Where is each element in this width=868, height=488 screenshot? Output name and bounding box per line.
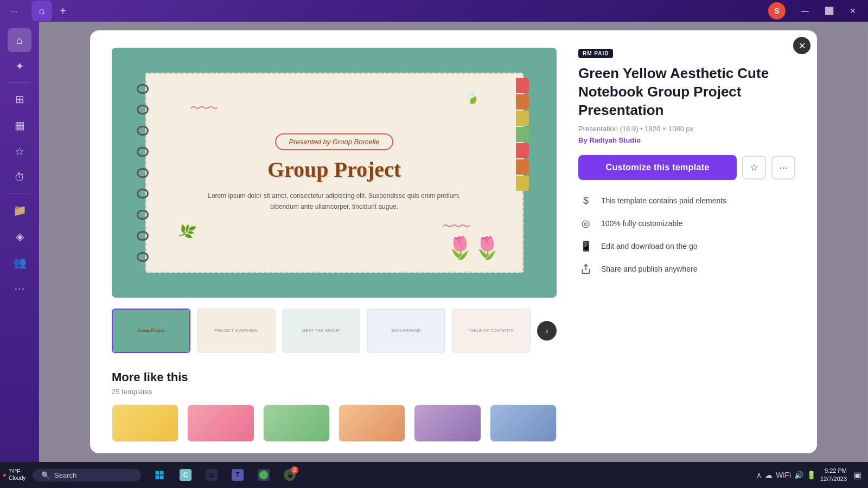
- clock-icon: ⏱: [14, 171, 25, 184]
- template-icon: ▦: [15, 119, 25, 132]
- tab-green: [516, 127, 529, 142]
- canva-app-button[interactable]: C: [176, 465, 195, 485]
- feature-share: Share and publish anywhere: [578, 261, 795, 277]
- mini-label-5: TABLE OF CONTENTS: [468, 328, 514, 333]
- more-section-count: 25 templates: [112, 388, 557, 396]
- close-button[interactable]: ✕: [842, 3, 864, 18]
- mini-label-3: MEET THE GROUP: [301, 328, 341, 333]
- menu-dots-button[interactable]: ···: [7, 3, 22, 18]
- home-icon: ⌂: [16, 34, 23, 47]
- thumbnail-4[interactable]: BACKGROUND: [367, 309, 445, 352]
- thumbnails-next-button[interactable]: ›: [537, 321, 557, 341]
- apps-icon: ⋯: [14, 282, 25, 295]
- author-label: By: [578, 136, 588, 144]
- more-card-5[interactable]: [414, 404, 481, 442]
- author-name-link[interactable]: Radiyah Studio: [589, 136, 641, 144]
- mobile-icon: 📱: [578, 239, 593, 254]
- brand-icon: ◈: [16, 230, 24, 243]
- more-card-3[interactable]: [263, 404, 330, 442]
- more-card-2[interactable]: [187, 404, 254, 442]
- teams-icon: T: [232, 469, 244, 481]
- thumbnail-1[interactable]: Group Project: [112, 309, 190, 352]
- tab-yellow: [516, 111, 529, 126]
- thumbnail-3[interactable]: MEET THE GROUP: [282, 309, 361, 352]
- sidebar-item-home[interactable]: ⌂: [8, 28, 31, 52]
- sidebar-item-magic[interactable]: ✦: [8, 54, 31, 78]
- spiral-ring: [137, 231, 149, 241]
- star-icon: ☆: [15, 145, 24, 158]
- volume-icon[interactable]: 🔊: [794, 471, 803, 479]
- weather-widget[interactable]: ● 74°F Cloudy: [4, 465, 24, 485]
- sidebar-item-people[interactable]: 👥: [8, 251, 31, 274]
- more-card-6[interactable]: [490, 404, 557, 442]
- sidebar-item-brand[interactable]: ◈: [8, 224, 31, 248]
- slide-tabs: [516, 74, 529, 272]
- svg-rect-2: [160, 471, 164, 475]
- maximize-button[interactable]: ⬜: [818, 3, 840, 18]
- sidebar-divider: [9, 82, 30, 83]
- modal-body: 🍃 🌿 〜〜〜 〜〜〜 🌷🌷 Presented by Group Borcel…: [112, 48, 795, 442]
- app-button-2[interactable]: [254, 465, 273, 485]
- more-card-1[interactable]: [112, 404, 178, 442]
- sidebar-item-apps[interactable]: ⋯: [8, 277, 31, 300]
- template-meta: Presentation (16:9) • 1920 × 1080 px: [578, 125, 795, 133]
- app-button-3[interactable]: 📱 2: [280, 465, 299, 485]
- thumbnail-5[interactable]: TABLE OF CONTENTS: [452, 309, 531, 352]
- titlebar: ··· ⌂ + S — ⬜ ✕: [0, 0, 868, 22]
- more-card-2-inner: [188, 405, 253, 441]
- modal-overlay[interactable]: ✕: [39, 22, 868, 462]
- notification-center-icon[interactable]: ▣: [853, 470, 861, 480]
- main-preview: 🍃 🌿 〜〜〜 〜〜〜 🌷🌷 Presented by Group Borcel…: [112, 48, 557, 298]
- feature-customizable-text: 100% fully customizable: [601, 219, 682, 228]
- feature-mobile-text: Edit and download on the go: [601, 242, 697, 251]
- slide-body-text: Lorem ipsum dolor sit amet, consectetur …: [202, 191, 465, 211]
- action-row: Customize this template ☆ ···: [578, 155, 795, 180]
- more-card-5-inner: [414, 405, 480, 441]
- battery-icon[interactable]: 🔋: [807, 471, 816, 479]
- spiral-ring: [137, 252, 149, 262]
- taskbar-right: ∧ ☁ WiFi 🔊 🔋 9:22 PM 12/7/2023 ▣: [756, 467, 868, 484]
- more-options-button[interactable]: ···: [771, 156, 795, 179]
- svg-rect-4: [160, 476, 164, 479]
- favorite-button[interactable]: ☆: [742, 156, 766, 179]
- search-label: Search: [54, 471, 76, 479]
- star-icon: ☆: [750, 162, 758, 174]
- wifi-icon[interactable]: WiFi: [776, 471, 791, 479]
- thumbnail-2[interactable]: PROJECT OVERVIEW: [197, 309, 276, 352]
- mini-slide-2: PROJECT OVERVIEW: [198, 310, 275, 351]
- teams-button[interactable]: T: [228, 465, 247, 485]
- share-icon: [578, 261, 593, 277]
- system-tray-icons: ∧ ☁ WiFi 🔊 🔋: [756, 471, 816, 479]
- sidebar-item-starred[interactable]: ☆: [8, 139, 31, 163]
- avatar[interactable]: S: [768, 2, 786, 20]
- sidebar-item-recent[interactable]: ⏱: [8, 165, 31, 189]
- customizable-icon: ◎: [578, 216, 593, 231]
- spiral-ring: [137, 126, 149, 136]
- windows-button[interactable]: [150, 465, 169, 485]
- more-card-1-inner: [112, 405, 178, 441]
- sidebar-item-templates[interactable]: ▦: [8, 113, 31, 137]
- taskbar-search-box[interactable]: 🔍 Search: [33, 469, 141, 481]
- template-title: Green Yellow Aesthetic Cute Notebook Gro…: [578, 65, 795, 119]
- cloud-icon[interactable]: ☁: [765, 471, 773, 479]
- minimize-button[interactable]: —: [794, 3, 816, 18]
- spiral-ring: [137, 210, 149, 220]
- thumbnail-strip: Group Project PROJECT OVERVIEW MEET THE …: [112, 309, 557, 352]
- modal-close-button[interactable]: ✕: [793, 37, 810, 54]
- rm-paid-badge: RM PAID: [578, 49, 613, 58]
- more-card-4[interactable]: [339, 404, 405, 442]
- add-tab-button[interactable]: +: [55, 3, 71, 18]
- customize-button[interactable]: Customize this template: [578, 155, 737, 180]
- tray-arrow-icon[interactable]: ∧: [756, 471, 762, 479]
- clock-widget[interactable]: 9:22 PM 12/7/2023: [820, 467, 847, 484]
- sidebar-item-folder[interactable]: 📁: [8, 198, 31, 222]
- windows-logo-icon: [155, 470, 164, 480]
- titlebar-menu-area: ···: [0, 3, 28, 18]
- mini-title-1: Group Project: [136, 326, 167, 335]
- sidebar-item-projects[interactable]: ⊞: [8, 87, 31, 111]
- home-button[interactable]: ⌂: [31, 1, 52, 21]
- tab-orange: [516, 94, 529, 110]
- weather-text: 74°F Cloudy: [9, 468, 25, 481]
- app-button-1[interactable]: 🗂: [202, 465, 221, 485]
- dollar-icon: $: [578, 193, 593, 208]
